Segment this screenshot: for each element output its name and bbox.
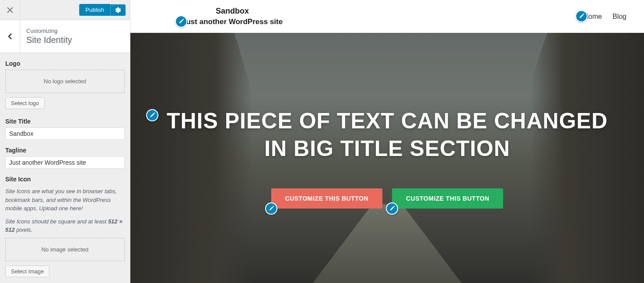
edit-shortcut-nav[interactable]	[575, 10, 588, 22]
panel-title: Site Identity	[26, 35, 72, 45]
panel-header: Customizing Site Identity	[0, 20, 130, 53]
edit-shortcut-btn1[interactable]	[265, 202, 277, 215]
tagline-input[interactable]	[5, 156, 125, 169]
customizing-label: Customizing	[26, 28, 72, 34]
edit-shortcut-hero-title[interactable]	[146, 109, 158, 121]
gear-icon	[115, 7, 121, 13]
panel-body: Logo No logo selected Select logo Site T…	[0, 53, 130, 283]
site-title-input[interactable]	[5, 127, 125, 140]
preview-site-title[interactable]: Sandbox	[182, 7, 283, 16]
select-image-button[interactable]: Select image	[5, 265, 49, 277]
chevron-left-icon	[7, 33, 13, 40]
pencil-icon	[578, 13, 584, 19]
hero-bg-canal	[313, 204, 462, 283]
edit-shortcut-btn2[interactable]	[386, 202, 398, 215]
close-icon	[7, 7, 13, 13]
site-brand: Sandbox Just another WordPress site	[182, 7, 283, 26]
site-icon-desc-2: Site Icons should be square and at least…	[5, 217, 125, 234]
publish-button[interactable]: Publish	[79, 4, 110, 16]
nav-wrap: Home Blog	[583, 13, 626, 21]
hero-title: THIS PIECE OF TEXT CAN BE CHANGED IN BIG…	[157, 107, 618, 162]
pencil-icon	[178, 18, 184, 25]
sidebar-top: Publish	[0, 0, 130, 20]
customizer-sidebar: Publish Customizing Site Identity Logo N…	[0, 0, 130, 283]
hero-buttons: CUSTOMIZE THIS BUTTON CUSTOMIZE THIS BUT…	[157, 188, 618, 209]
edit-shortcut-brand[interactable]	[175, 15, 187, 28]
logo-placeholder: No logo selected	[5, 70, 125, 93]
tagline-label: Tagline	[5, 147, 125, 154]
nav-blog[interactable]: Blog	[612, 13, 626, 21]
primary-nav: Home Blog	[583, 13, 626, 21]
pencil-icon	[389, 205, 395, 212]
pencil-icon	[268, 205, 274, 212]
pencil-icon	[149, 112, 155, 118]
hero-section: THIS PIECE OF TEXT CAN BE CHANGED IN BIG…	[130, 33, 644, 283]
site-preview: Sandbox Just another WordPress site Home…	[130, 0, 644, 283]
site-title-label: Site Title	[5, 118, 125, 125]
site-icon-label: Site Icon	[5, 176, 125, 183]
preview-site-tagline: Just another WordPress site	[182, 18, 283, 26]
hero-button-2[interactable]: CUSTOMIZE THIS BUTTON	[392, 188, 503, 209]
site-icon-desc-1: Site Icons are what you see in browser t…	[5, 187, 125, 213]
preview-header: Sandbox Just another WordPress site Home…	[130, 0, 644, 33]
select-logo-button[interactable]: Select logo	[5, 97, 45, 109]
hero-button-1[interactable]: CUSTOMIZE THIS BUTTON	[271, 188, 382, 209]
logo-label: Logo	[5, 60, 125, 67]
back-button[interactable]	[0, 20, 20, 53]
publish-settings-button[interactable]	[110, 4, 126, 16]
site-icon-placeholder: No image selected	[5, 238, 125, 261]
close-button[interactable]	[0, 0, 20, 20]
